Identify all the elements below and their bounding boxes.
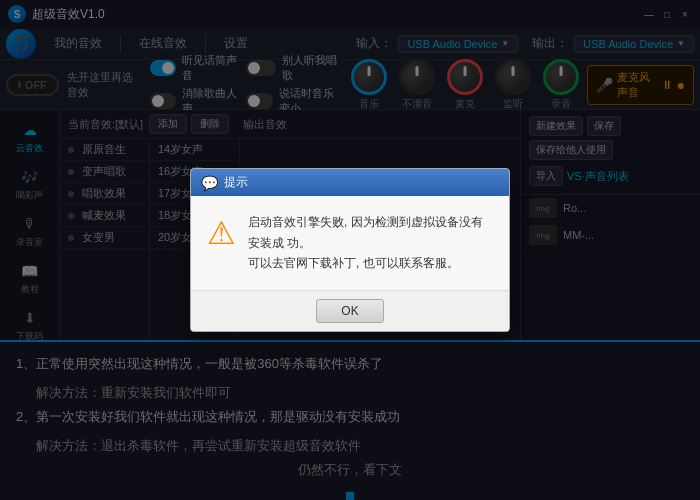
dialog-overlay: 💬 提示 ⚠ 启动音效引擎失败, 因为检测到虚拟设备没有安装成 功。 可以去官网…: [0, 0, 700, 500]
dialog-ok-button[interactable]: OK: [316, 299, 383, 323]
dialog-message-line2: 功。: [287, 236, 311, 250]
dialog: 💬 提示 ⚠ 启动音效引擎失败, 因为检测到虚拟设备没有安装成 功。 可以去官网…: [190, 168, 510, 331]
dialog-titlebar: 💬 提示: [191, 169, 509, 196]
dialog-title: 提示: [224, 174, 248, 191]
dialog-title-icon: 💬: [201, 175, 218, 191]
warning-icon: ⚠: [207, 214, 236, 273]
dialog-footer: OK: [191, 290, 509, 331]
dialog-message-line3: 可以去官网下载补丁, 也可以联系客服。: [248, 256, 459, 270]
dialog-body: ⚠ 启动音效引擎失败, 因为检测到虚拟设备没有安装成 功。 可以去官网下载补丁,…: [191, 196, 509, 289]
dialog-message-line1: 启动音效引擎失败, 因为检测到虚拟设备没有安装成: [248, 215, 483, 249]
dialog-text: 启动音效引擎失败, 因为检测到虚拟设备没有安装成 功。 可以去官网下载补丁, 也…: [248, 212, 493, 273]
